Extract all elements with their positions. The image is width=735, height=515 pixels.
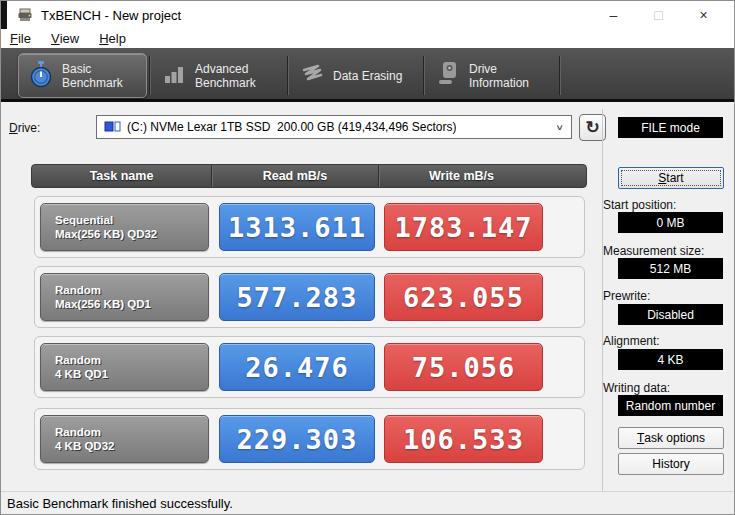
toolbar-separator [149,56,150,95]
read-value-box: 1313.611 [219,203,375,251]
start-position-label: Start position: [603,198,676,212]
tab-label-line1: Basic [62,62,123,76]
write-value-box: 623.055 [384,273,543,321]
writing-data-label: Writing data: [603,381,670,395]
menu-item-view[interactable]: View [41,29,89,48]
status-bar: Basic Benchmark finished successfully. [1,491,734,514]
minimize-button[interactable]: – [591,1,636,29]
tab-label-line1: Data Erasing [333,69,402,83]
table-row: Sequential Max(256 KB) QD32 1313.611 178… [34,196,585,258]
task-name-line1: Random [55,283,208,297]
toolbar-separator [559,56,560,95]
prewrite-label: Prewrite: [603,289,650,303]
write-value-box: 75.056 [384,343,543,391]
task-name-line1: Random [55,425,208,439]
stopwatch-icon [29,61,53,91]
task-button[interactable]: Random 4 KB QD32 [40,415,209,463]
title-bar: TxBENCH - New project – □ × [1,1,734,29]
task-name-line2: 4 KB QD1 [55,367,208,381]
tab-label-line1: Drive [469,62,529,76]
menu-bar: File View Help [1,29,734,48]
read-value-box: 577.283 [219,273,375,321]
menu-item-file[interactable]: File [1,29,41,48]
task-name-line1: Random [55,353,208,367]
header-read: Read mB/s [212,165,379,187]
read-value-box: 229.303 [219,415,375,463]
history-button[interactable]: History [618,453,724,475]
tab-advanced-benchmark[interactable]: Advanced Benchmark [152,53,286,98]
start-position-value[interactable]: 0 MB [618,212,723,233]
alignment-label: Alignment: [603,334,660,348]
table-header: Task name Read mB/s Write mB/s [31,164,587,188]
tab-label-line2: Benchmark [62,76,123,90]
file-mode-button[interactable]: FILE mode [618,117,723,138]
drive-info-icon [436,61,460,90]
tab-data-erasing[interactable]: Data Erasing [290,53,422,98]
start-button[interactable]: Start [618,167,724,189]
data-erasing-icon [300,62,324,89]
bar-chart-icon [162,62,186,89]
drive-label: Drive: [9,121,40,135]
toolbar-separator [423,56,424,95]
tab-basic-benchmark[interactable]: Basic Benchmark [18,53,147,98]
header-task-name: Task name [32,165,212,187]
measurement-size-label: Measurement size: [603,244,704,258]
table-row: Random 4 KB QD32 229.303 106.533 [34,408,585,470]
close-button[interactable]: × [681,1,726,29]
header-write: Write mB/s [379,165,586,187]
task-name-line1: Sequential [55,213,208,227]
chevron-down-icon: ∨ [555,122,564,132]
toolbar-separator [287,56,288,95]
task-name-line2: Max(256 KB) QD32 [55,227,208,241]
tab-label-line2: Information [469,76,529,90]
task-name-line2: Max(256 KB) QD1 [55,297,208,311]
app-window: TxBENCH - New project – □ × File View He… [0,0,735,515]
alignment-value[interactable]: 4 KB [618,349,723,370]
tab-label-line2: Benchmark [195,76,256,90]
task-options-button[interactable]: Task options [618,427,724,449]
refresh-icon: ↻ [585,117,599,138]
tab-drive-information[interactable]: Drive Information [426,53,558,98]
tab-label-line1: Advanced [195,62,256,76]
task-button[interactable]: Random Max(256 KB) QD1 [40,273,209,321]
toolbar: Basic Benchmark Advanced Benchmark [1,48,734,102]
read-value-box: 26.476 [219,343,375,391]
window-edge-strip [1,1,7,29]
write-value-box: 106.533 [384,415,543,463]
task-button[interactable]: Sequential Max(256 KB) QD32 [40,203,209,251]
app-icon [17,7,33,23]
task-button[interactable]: Random 4 KB QD1 [40,343,209,391]
drive-select[interactable]: (C:) NVMe Lexar 1TB SSD 200.00 GB (419,4… [96,115,572,139]
drive-partition-icon [104,121,121,133]
table-row: Random 4 KB QD1 26.476 75.056 [34,336,585,398]
maximize-button[interactable]: □ [636,1,681,29]
window-title: TxBENCH - New project [41,8,181,23]
measurement-size-value[interactable]: 512 MB [618,258,723,279]
task-name-line2: 4 KB QD32 [55,439,208,453]
status-text: Basic Benchmark finished successfully. [7,496,233,511]
writing-data-value[interactable]: Random number [618,395,723,416]
prewrite-value[interactable]: Disabled [618,304,723,325]
table-row: Random Max(256 KB) QD1 577.283 623.055 [34,266,585,328]
write-value-box: 1783.147 [384,203,543,251]
window-controls: – □ × [591,1,726,29]
drive-selected-text: (C:) NVMe Lexar 1TB SSD 200.00 GB (419,4… [127,120,456,134]
menu-item-help[interactable]: Help [89,29,136,48]
